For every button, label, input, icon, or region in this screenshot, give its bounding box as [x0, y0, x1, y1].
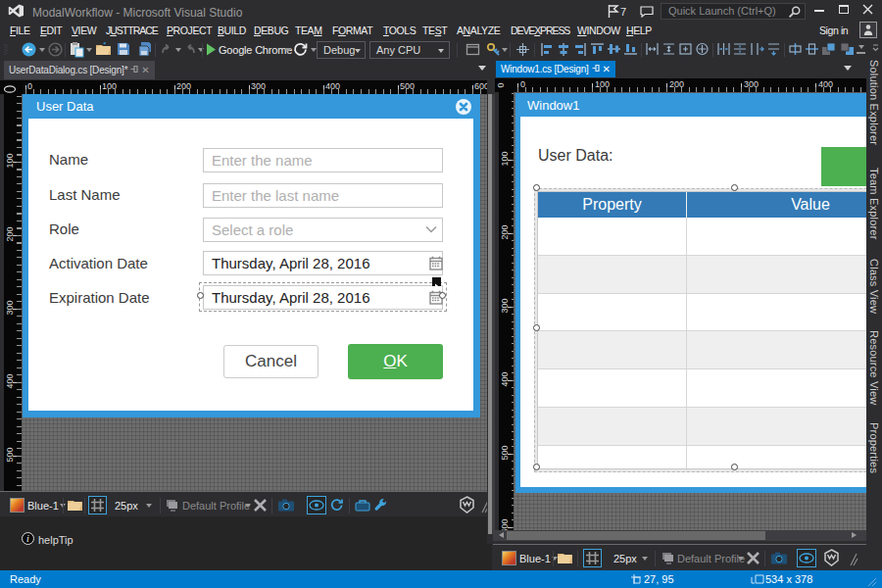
svg-text:7: 7 [620, 6, 626, 18]
